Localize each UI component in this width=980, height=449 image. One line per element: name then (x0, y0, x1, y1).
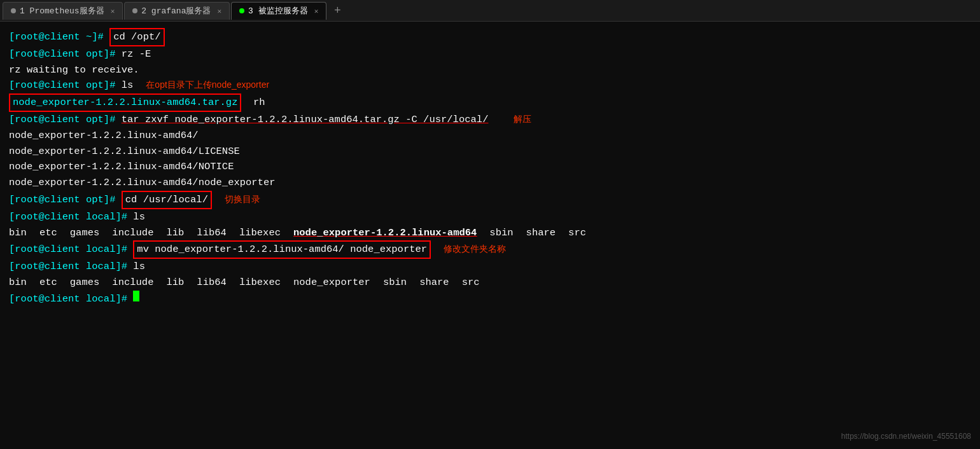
tab-dot-3 (239, 8, 244, 13)
tab-close-2[interactable]: ✕ (217, 7, 221, 15)
tab-dot-1 (11, 8, 16, 13)
ls-include-2: include (112, 275, 153, 291)
cmd-tar: tar zxvf node_exporter-1.2.2.linux-amd64… (122, 112, 489, 128)
terminal-line-14: [root@client local]# mv node_exporter-1.… (9, 240, 971, 259)
ls-sbin-2: sbin (383, 275, 407, 291)
prompt-11: [root@client opt]# (9, 192, 122, 208)
ls-libexec-2: libexec (239, 275, 281, 291)
prompt-2: [root@client opt]# (9, 46, 122, 62)
annotation-extract: 解压 (514, 112, 531, 126)
ls-games-2: games (70, 275, 100, 291)
rh-text: rh (241, 95, 265, 111)
cmd-cd-local: cd /usr/local/ (122, 191, 212, 209)
ls-bin-1: bin (9, 225, 27, 241)
ls-share-2: share (419, 275, 449, 291)
terminal-line-17: [root@client local]# (9, 291, 971, 307)
tab-close-3[interactable]: ✕ (314, 7, 319, 15)
ls-share-1: share (526, 225, 556, 241)
tar-out-2: node_exporter-1.2.2.linux-amd64/LICENSE (9, 144, 240, 160)
ls-lib64-1: lib64 (197, 225, 227, 241)
cmd-mv: mv node_exporter-1.2.2.linux-amd64/ node… (133, 240, 431, 259)
terminal-line-4: [root@client opt]# ls 在opt目录下上传node_expo… (9, 78, 971, 93)
ls-node-exporter-short: node_exporter (293, 275, 370, 291)
ls-lib64-2: lib64 (197, 275, 227, 291)
annotation-upload: 在opt目录下上传node_exporter (146, 78, 269, 92)
annotation-cd: 切换目录 (225, 192, 260, 206)
prompt-1: [root@client ~]# (9, 29, 109, 45)
ls-include-1: include (112, 225, 153, 241)
tar-out-3: node_exporter-1.2.2.linux-amd64/NOTICE (9, 159, 234, 175)
terminal-cursor (133, 291, 139, 301)
tar-out-4: node_exporter-1.2.2.linux-amd64/node_exp… (9, 175, 276, 191)
terminal-line-7: node_exporter-1.2.2.linux-amd64/ (9, 128, 971, 144)
cmd-ls-3: ls (133, 259, 145, 275)
terminal-line-1: [root@client ~]# cd /opt/ (9, 28, 971, 46)
cmd-cd-opt: cd /opt/ (109, 28, 164, 46)
ls-games-1: games (70, 225, 100, 241)
prompt-final: [root@client local]# (9, 291, 133, 307)
prompt-12: [root@client local]# (9, 209, 133, 225)
tab-dot-2 (132, 8, 137, 13)
tab-grafana[interactable]: 2 grafana服务器 ✕ (124, 2, 230, 20)
rz-waiting: rz waiting to receive. (9, 62, 139, 78)
ls-lib-2: lib (166, 275, 184, 291)
tab-prometheus[interactable]: 1 Prometheus服务器 ✕ (3, 2, 123, 20)
tab-label-2: 2 grafana服务器 (141, 5, 211, 17)
ls-node-exporter-long: node_exporter-1.2.2.linux-amd64 (293, 225, 477, 241)
ls-libexec-1: libexec (239, 225, 281, 241)
tab-label-3: 3 被监控服务器 (248, 5, 308, 17)
prompt-14: [root@client local]# (9, 242, 133, 258)
tab-close-1[interactable]: ✕ (111, 7, 115, 15)
node-exporter-file: node_exporter-1.2.2.linux-amd64.tar.gz (9, 93, 241, 112)
terminal-line-10: node_exporter-1.2.2.linux-amd64/node_exp… (9, 175, 971, 191)
terminal-line-12: [root@client local]# ls (9, 209, 971, 225)
ls-src-1: src (568, 225, 586, 241)
terminal-line-16: bin etc games include lib lib64 libexec … (9, 275, 971, 291)
prompt-6: [root@client opt]# (9, 112, 122, 128)
tab-label-1: 1 Prometheus服务器 (20, 5, 104, 17)
terminal-line-8: node_exporter-1.2.2.linux-amd64/LICENSE (9, 144, 971, 160)
cmd-ls-2: ls (133, 209, 145, 225)
terminal-line-2: [root@client opt]# rz -E (9, 46, 971, 62)
ls-bin-2: bin (9, 275, 27, 291)
ls-etc-1: etc (39, 225, 57, 241)
ls-lib-1: lib (166, 225, 184, 241)
terminal-content: [root@client ~]# cd /opt/ [root@client o… (0, 22, 980, 449)
ls-src-2: src (462, 275, 480, 291)
tab-monitored[interactable]: 3 被监控服务器 ✕ (231, 2, 326, 20)
terminal-line-9: node_exporter-1.2.2.linux-amd64/NOTICE (9, 159, 971, 175)
terminal-line-11: [root@client opt]# cd /usr/local/ 切换目录 (9, 191, 971, 209)
ls-etc-2: etc (39, 275, 57, 291)
watermark: https://blog.csdn.net/weixin_45551608 (841, 431, 971, 443)
cmd-rz: rz -E (122, 46, 151, 62)
terminal-line-5: node_exporter-1.2.2.linux-amd64.tar.gz r… (9, 93, 971, 112)
tab-bar: 1 Prometheus服务器 ✕ 2 grafana服务器 ✕ 3 被监控服务… (0, 0, 980, 22)
annotation-rename: 修改文件夹名称 (444, 242, 506, 256)
terminal-line-6: [root@client opt]# tar zxvf node_exporte… (9, 112, 971, 128)
prompt-4: [root@client opt]# (9, 78, 122, 93)
tar-out-1: node_exporter-1.2.2.linux-amd64/ (9, 128, 199, 144)
terminal-line-13: bin etc games include lib lib64 libexec … (9, 225, 971, 241)
prompt-15: [root@client local]# (9, 259, 133, 275)
new-tab-button[interactable]: + (329, 3, 346, 19)
terminal-line-3: rz waiting to receive. (9, 62, 971, 78)
cmd-ls-1: ls (122, 78, 134, 93)
ls-sbin-1: sbin (489, 225, 513, 241)
terminal-line-15: [root@client local]# ls (9, 259, 971, 275)
